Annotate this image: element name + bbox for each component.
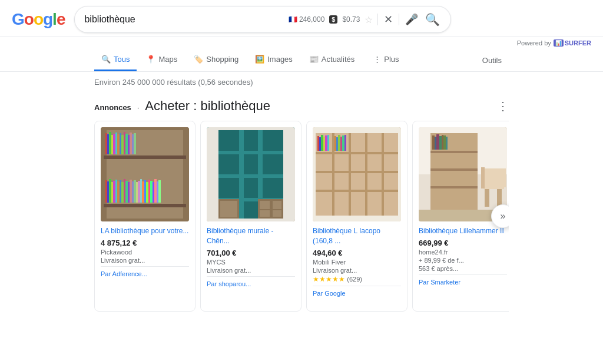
product-source-1: Par Adference... <box>101 266 189 277</box>
svg-rect-19 <box>138 181 140 203</box>
nav-tabs: 🔍 Tous 📍 Maps 🏷️ Shopping 🖼️ Images 📰 Ac… <box>0 49 603 72</box>
annonces-dot: · <box>137 103 140 112</box>
tab-tous[interactable]: 🔍 Tous <box>94 49 137 71</box>
svg-rect-93 <box>446 137 448 150</box>
svg-rect-66 <box>316 152 398 154</box>
mic-icon: 🎤 <box>405 14 418 25</box>
svg-rect-28 <box>157 181 158 203</box>
svg-rect-12 <box>124 179 125 203</box>
actualites-icon: 📰 <box>309 55 319 64</box>
svg-rect-50 <box>218 151 283 154</box>
svg-rect-36 <box>115 133 117 154</box>
outils-button[interactable]: Outils <box>475 50 509 71</box>
svg-rect-7 <box>113 181 115 203</box>
product-cards: LA bibliothèque pour votre... 4 875,12 €… <box>94 121 509 312</box>
search-divider <box>377 14 378 25</box>
product-card-3[interactable]: Bibliothèque L Iacopo (160,8 ... 494,60 … <box>306 121 407 312</box>
svg-rect-70 <box>319 137 321 151</box>
svg-rect-16 <box>132 181 134 203</box>
svg-rect-85 <box>430 168 478 171</box>
tab-images[interactable]: 🖼️ Images <box>248 49 300 71</box>
clear-button[interactable]: ✕ <box>383 12 394 27</box>
search-input[interactable]: bibliothèque <box>84 14 283 25</box>
tab-tous-label: Tous <box>114 55 130 64</box>
svg-rect-69 <box>317 136 319 151</box>
maps-icon: 📍 <box>146 55 155 64</box>
product-delivery-3: Livraison grat... <box>313 267 401 274</box>
france-flag: 🇫🇷 <box>289 15 297 24</box>
mic-button[interactable]: 🎤 <box>404 12 419 27</box>
annonces-title: Acheter : bibliothèque <box>145 98 270 113</box>
svg-rect-67 <box>316 171 398 173</box>
svg-rect-80 <box>344 135 346 151</box>
svg-rect-15 <box>130 180 132 203</box>
annonces-section: Annonces · Acheter : bibliothèque ⋮ <box>0 92 603 317</box>
product-price-2: 701,00 € <box>207 249 295 257</box>
svg-rect-20 <box>140 179 142 203</box>
search-button[interactable]: 🔍 <box>424 11 441 28</box>
product-title-2: Bibliothèque murale - Chên... <box>207 226 295 246</box>
result-count: 246,000 <box>299 15 324 24</box>
outils-label: Outils <box>482 56 502 65</box>
product-title-3: Bibliothèque L Iacopo (160,8 ... <box>313 226 401 246</box>
tab-actualites[interactable]: 📰 Actualités <box>302 49 362 71</box>
product-price-1: 4 875,12 € <box>101 239 189 247</box>
svg-rect-64 <box>365 133 367 216</box>
powered-by-text: Powered by <box>517 39 551 47</box>
svg-rect-10 <box>120 180 121 203</box>
svg-rect-26 <box>153 182 154 203</box>
results-count-text: Environ 245 000 000 résultats (0,56 seco… <box>94 78 253 87</box>
svg-rect-97 <box>482 168 506 187</box>
product-after-4: 563 € après... <box>419 265 507 272</box>
powered-by-bar: Powered by 📊 SURFER <box>0 37 603 47</box>
svg-rect-42 <box>128 135 130 154</box>
product-store-3: Mobili Fiver <box>313 259 401 266</box>
svg-rect-22 <box>144 180 146 203</box>
svg-rect-51 <box>218 174 283 178</box>
svg-rect-55 <box>273 201 281 209</box>
svg-rect-13 <box>125 181 128 203</box>
header: Google bibliothèque 🇫🇷 246,000 $ $0.73 ☆… <box>0 0 603 37</box>
search-meta: 🇫🇷 246,000 $ $0.73 ☆ ✕ 🎤 🔍 <box>289 11 442 28</box>
tab-plus[interactable]: ⋮ Plus <box>366 49 406 71</box>
svg-rect-14 <box>128 182 130 203</box>
product-card-1[interactable]: LA bibliothèque pour votre... 4 875,12 €… <box>94 121 196 312</box>
svg-rect-31 <box>105 133 107 154</box>
product-image-4 <box>419 127 507 221</box>
tous-icon: 🔍 <box>101 55 111 64</box>
svg-rect-73 <box>325 135 327 151</box>
svg-rect-17 <box>134 180 136 203</box>
product-source-2: Par shoparou... <box>207 276 295 287</box>
product-stars-3: ★★★★★ (629) <box>313 275 401 283</box>
google-logo[interactable]: Google <box>12 10 65 29</box>
product-image-3 <box>313 127 401 221</box>
surfer-icon: 📊 <box>554 39 564 47</box>
svg-rect-44 <box>132 134 134 154</box>
product-price-4: 669,99 € <box>419 239 507 247</box>
surfer-label: SURFER <box>565 39 591 47</box>
svg-rect-4 <box>107 181 109 203</box>
svg-rect-88 <box>435 137 436 150</box>
tab-maps[interactable]: 📍 Maps <box>139 49 184 71</box>
product-card-2[interactable]: Bibliothèque murale - Chên... 701,00 € M… <box>200 121 302 312</box>
svg-rect-27 <box>154 179 157 203</box>
annonces-more-icon[interactable]: ⋮ <box>497 99 509 113</box>
product-store-4: home24.fr <box>419 249 507 256</box>
star-icon[interactable]: ☆ <box>365 14 373 25</box>
tab-actualites-label: Actualités <box>322 55 354 64</box>
svg-rect-11 <box>121 182 124 203</box>
cost-value: $0.73 <box>342 15 360 24</box>
svg-rect-68 <box>316 190 398 192</box>
svg-rect-91 <box>442 135 443 150</box>
svg-rect-95 <box>485 189 489 207</box>
tab-shopping[interactable]: 🏷️ Shopping <box>187 49 246 71</box>
product-delivery-2: Livraison grat... <box>207 267 295 274</box>
product-delivery-1: Livraison grat... <box>101 257 189 264</box>
product-title-4: Bibliothèque Lillehammer II <box>419 226 507 236</box>
search-wrapper: bibliothèque 🇫🇷 246,000 $ $0.73 ☆ ✕ 🎤 🔍 <box>74 6 451 33</box>
cost-badge: $ <box>329 15 337 24</box>
svg-rect-54 <box>260 201 270 209</box>
search-bar[interactable]: bibliothèque 🇫🇷 246,000 $ $0.73 ☆ ✕ 🎤 🔍 <box>74 6 451 33</box>
plus-icon: ⋮ <box>373 55 381 64</box>
svg-rect-87 <box>432 135 435 150</box>
